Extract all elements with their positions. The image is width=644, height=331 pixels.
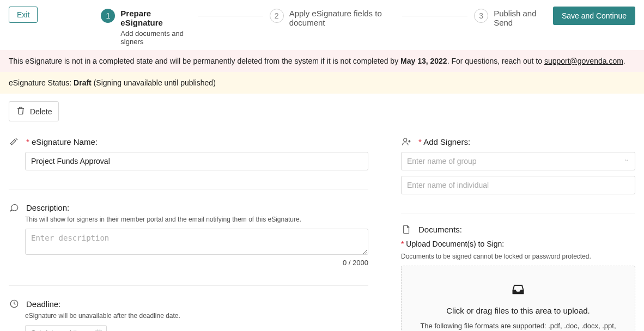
- step-2-title: Apply eSignature fields to document: [289, 9, 396, 27]
- status-note: (Signing unavailable until published): [92, 78, 216, 87]
- step-2: 2 Apply eSignature fields to document: [270, 9, 396, 27]
- deletion-warning-banner: This eSignature is not in a completed st…: [0, 50, 644, 72]
- support-email-link[interactable]: support@govenda.com: [544, 57, 623, 65]
- document-icon: [401, 224, 412, 234]
- pen-icon: [9, 137, 20, 146]
- chevron-down-icon: [623, 157, 630, 166]
- step-circle-1: 1: [101, 9, 115, 23]
- step-circle-3: 3: [474, 9, 488, 23]
- calendar-icon: [95, 328, 102, 331]
- upload-dropzone[interactable]: Click or drag files to this area to uplo…: [401, 266, 635, 331]
- step-3-title: Publish and Send: [494, 9, 544, 27]
- delete-label: Delete: [30, 107, 52, 116]
- banner-date: May 13, 2022: [400, 57, 447, 65]
- label-text: Add Signers:: [423, 137, 470, 146]
- status-label: eSignature Status:: [9, 78, 74, 87]
- chat-icon: [9, 203, 20, 212]
- signer-group-select[interactable]: [401, 152, 635, 170]
- description-label: Description:: [26, 203, 69, 212]
- status-value: Draft: [74, 78, 92, 87]
- step-1-subtitle: Add documents and signers: [120, 29, 191, 46]
- delete-button[interactable]: Delete: [9, 101, 59, 121]
- step-1-title: Prepare eSignature: [120, 9, 191, 27]
- exit-button[interactable]: Exit: [9, 7, 38, 23]
- upload-documents-label: * Upload Document(s) to Sign:: [401, 240, 504, 248]
- banner-text: .: [623, 57, 625, 65]
- deadline-help: eSignature will be unavailable after the…: [25, 312, 368, 320]
- dropzone-subtext: The following file formats are supported…: [412, 322, 624, 331]
- esignature-name-input[interactable]: [25, 152, 368, 170]
- svg-point-2: [404, 138, 407, 142]
- status-banner: eSignature Status: Draft (Signing unavai…: [0, 72, 644, 94]
- step-3: 3 Publish and Send: [474, 9, 544, 27]
- label-text: Upload Document(s) to Sign:: [406, 240, 504, 248]
- dropzone-title: Click or drag files to this area to uplo…: [412, 306, 624, 315]
- esignature-name-label: * eSignature Name:: [26, 137, 98, 146]
- description-char-count: 0 / 2000: [25, 259, 368, 267]
- documents-label: Documents:: [418, 225, 462, 234]
- label-text: eSignature Name:: [32, 137, 98, 146]
- step-divider: [402, 16, 467, 16]
- description-help: This will show for signers in their memb…: [25, 216, 368, 223]
- step-divider: [198, 16, 263, 16]
- banner-text: This eSignature is not in a completed st…: [9, 57, 400, 65]
- description-textarea[interactable]: [25, 229, 368, 255]
- clock-icon: [9, 299, 20, 309]
- step-circle-2: 2: [270, 9, 284, 23]
- inbox-icon: [412, 281, 624, 301]
- trash-icon: [16, 106, 26, 117]
- add-signers-label: * Add Signers:: [418, 137, 470, 146]
- signer-individual-input[interactable]: [401, 176, 635, 194]
- user-plus-icon: [401, 137, 412, 146]
- upload-help: Documents to be signed cannot be locked …: [401, 253, 635, 260]
- stepper: 1 Prepare eSignature Add documents and s…: [101, 7, 544, 46]
- save-and-continue-button[interactable]: Save and Continue: [553, 7, 635, 25]
- banner-text: . For questions, reach out to: [447, 57, 544, 65]
- deadline-label: Deadline:: [26, 299, 60, 309]
- step-1: 1 Prepare eSignature Add documents and s…: [101, 9, 191, 46]
